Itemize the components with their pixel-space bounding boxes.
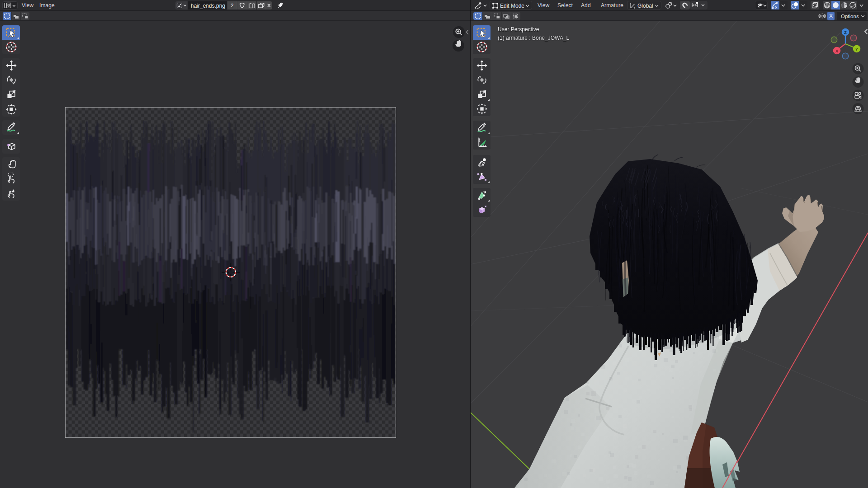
svg-text:Y: Y [855, 47, 859, 52]
svg-text:Z: Z [844, 30, 847, 35]
svg-text:X: X [835, 48, 839, 53]
